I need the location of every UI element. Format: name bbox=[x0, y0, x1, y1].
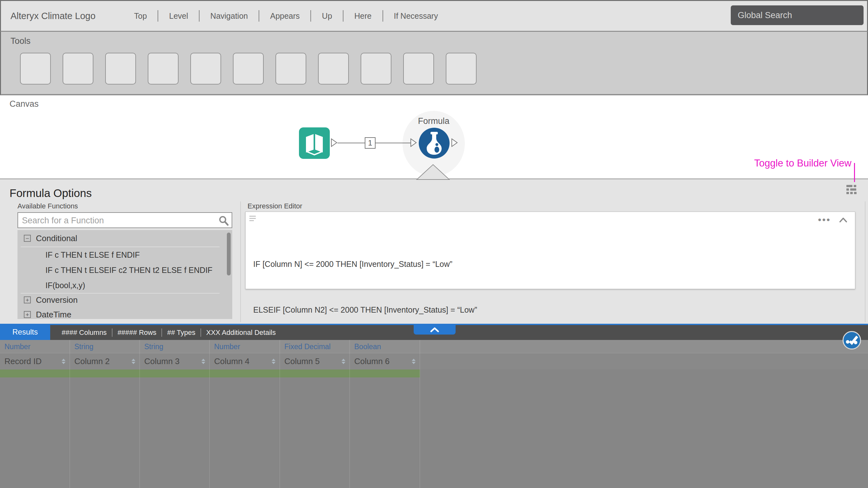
output-anchor-icon[interactable] bbox=[331, 138, 338, 147]
function-group-label: DateTime bbox=[36, 310, 71, 319]
column-type: String bbox=[140, 340, 210, 353]
tool-slot[interactable] bbox=[63, 53, 93, 85]
column-header[interactable]: Column 3 bbox=[140, 353, 210, 369]
sort-icon[interactable] bbox=[202, 359, 205, 364]
panel-title: Formula Options bbox=[9, 187, 92, 200]
sort-icon[interactable] bbox=[62, 359, 65, 364]
column-header-label: Column 3 bbox=[144, 357, 180, 366]
flask-icon bbox=[419, 128, 450, 158]
tool-slot[interactable] bbox=[105, 53, 136, 85]
collapse-icon[interactable]: − bbox=[24, 235, 31, 242]
panel-divider bbox=[240, 202, 241, 322]
table-body bbox=[0, 369, 868, 488]
function-group-label: Conversion bbox=[36, 295, 78, 305]
global-search-input[interactable]: Global Search bbox=[731, 5, 864, 25]
results-tab[interactable]: Results bbox=[0, 324, 50, 340]
top-bar: Alteryx Climate Logo Top Level Navigatio… bbox=[0, 0, 868, 32]
more-options-icon[interactable]: ••• bbox=[818, 215, 831, 224]
sort-icon[interactable] bbox=[342, 359, 345, 364]
columns-count: #### Columns bbox=[57, 329, 112, 337]
column-header-label: Column 2 bbox=[74, 357, 110, 366]
column-header[interactable]: Column 4 bbox=[210, 353, 280, 369]
chevron-up-icon[interactable] bbox=[839, 217, 847, 223]
tool-slot[interactable] bbox=[190, 53, 221, 85]
function-search-box bbox=[18, 212, 232, 228]
panel-divider bbox=[865, 202, 865, 322]
expand-icon[interactable]: + bbox=[24, 297, 31, 303]
tool-slot[interactable] bbox=[20, 53, 51, 85]
additional-details: XXX Additional Details bbox=[201, 329, 281, 337]
formula-tool-label: Formula bbox=[403, 116, 465, 126]
nav-item-here[interactable]: Here bbox=[343, 11, 382, 21]
tool-slot[interactable] bbox=[403, 53, 434, 85]
nav-item-navigation[interactable]: Navigation bbox=[199, 11, 259, 21]
function-item[interactable]: IF(bool,x,y) bbox=[18, 278, 232, 293]
nav-item-appears[interactable]: Appears bbox=[259, 11, 310, 21]
column-header[interactable]: Column 2 bbox=[70, 353, 140, 369]
open-book-icon bbox=[299, 127, 330, 159]
nav-item-up[interactable]: Up bbox=[311, 11, 343, 21]
panel-pointer-caret bbox=[416, 164, 450, 180]
tool-slot[interactable] bbox=[446, 53, 476, 85]
column-divider bbox=[280, 340, 280, 488]
expression-editor[interactable]: ••• IF [Column N] <= 2000 THEN [Inventor… bbox=[245, 212, 855, 289]
sort-icon[interactable] bbox=[412, 359, 415, 364]
browse-results-icon[interactable] bbox=[843, 331, 861, 349]
drag-handle-icon[interactable] bbox=[249, 216, 256, 222]
function-tree: − Conditional IF c THEN t ELSE f ENDIF I… bbox=[18, 230, 232, 319]
highlighted-row[interactable] bbox=[0, 369, 420, 377]
column-header[interactable]: Record ID bbox=[0, 353, 70, 369]
column-header[interactable]: Column 5 bbox=[280, 353, 350, 369]
input-anchor-icon[interactable] bbox=[410, 138, 417, 147]
function-item[interactable]: IF c THEN t ELSEIF c2 THEN t2 ELSE f END… bbox=[18, 263, 232, 278]
tool-slot[interactable] bbox=[318, 53, 349, 85]
tool-slot[interactable] bbox=[361, 53, 392, 85]
editor-actions: ••• bbox=[818, 215, 847, 224]
collapse-results-button[interactable] bbox=[414, 325, 456, 335]
toggle-builder-view-link[interactable]: Toggle to Builder View bbox=[699, 158, 851, 169]
column-type: Boolean bbox=[350, 340, 420, 353]
tool-slots bbox=[20, 53, 476, 85]
tool-slot[interactable] bbox=[275, 53, 306, 85]
types-count: ## Types bbox=[162, 329, 200, 337]
function-group-conversion[interactable]: + Conversion bbox=[18, 294, 232, 306]
code-line: ELSEIF [Column N2] <= 2000 THEN [Invento… bbox=[253, 302, 477, 317]
connection-sequence-badge: 1 bbox=[365, 137, 376, 149]
column-header-label: Column 4 bbox=[214, 357, 249, 366]
column-header[interactable]: Column 6 bbox=[350, 353, 420, 369]
available-functions-label: Available Functions bbox=[18, 202, 78, 210]
nav-item-top[interactable]: Top bbox=[123, 11, 158, 21]
sort-icon[interactable] bbox=[272, 359, 275, 364]
expression-editor-label: Expression Editor bbox=[248, 202, 302, 210]
results-section: Results #### Columns ##### Rows ## Types… bbox=[0, 324, 868, 488]
output-anchor-icon[interactable] bbox=[451, 138, 458, 147]
tools-title: Tools bbox=[10, 36, 31, 46]
check-chart-icon bbox=[843, 332, 860, 348]
results-meta: #### Columns ##### Rows ## Types XXX Add… bbox=[57, 325, 281, 340]
function-group-datetime[interactable]: + DateTime bbox=[18, 306, 232, 319]
nav-item-level[interactable]: Level bbox=[158, 11, 199, 21]
input-data-tool[interactable] bbox=[299, 127, 330, 159]
tool-slot[interactable] bbox=[233, 53, 264, 85]
nav-item-if-necessary[interactable]: If Necessary bbox=[383, 11, 449, 21]
column-divider bbox=[69, 340, 70, 488]
function-search-input[interactable] bbox=[21, 214, 213, 227]
tool-slot[interactable] bbox=[148, 53, 179, 85]
column-header-label: Column 6 bbox=[354, 357, 390, 366]
scrollbar-thumb[interactable] bbox=[227, 233, 231, 275]
search-icon bbox=[218, 215, 229, 226]
column-divider bbox=[349, 340, 350, 488]
function-group-conditional[interactable]: − Conditional bbox=[18, 230, 232, 247]
column-type: Fixed Decimal bbox=[280, 340, 350, 353]
formula-tool[interactable] bbox=[419, 128, 450, 158]
column-type-row: Number String String Number Fixed Decima… bbox=[0, 340, 868, 353]
column-type: String bbox=[70, 340, 140, 353]
function-item[interactable]: IF c THEN t ELSE f ENDIF bbox=[18, 247, 232, 263]
top-navigation: Top Level Navigation Appears Up Here If … bbox=[123, 1, 448, 31]
canvas-title: Canvas bbox=[9, 99, 39, 109]
formula-options-panel: Formula Options Available Functions − Co… bbox=[0, 179, 868, 324]
sort-icon[interactable] bbox=[131, 359, 135, 364]
column-type: Number bbox=[0, 340, 70, 353]
builder-view-icon[interactable] bbox=[846, 185, 857, 194]
expand-icon[interactable]: + bbox=[24, 311, 31, 318]
